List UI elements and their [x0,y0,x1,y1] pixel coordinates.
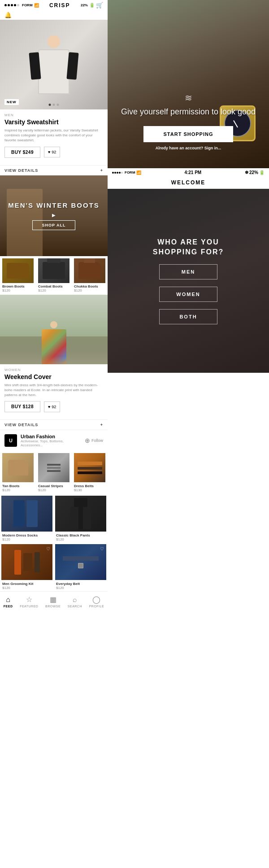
product2-info: WOMEN Weekend Cover Mini shift dress wit… [0,364,108,420]
boots-banner-title: MEN'S WINTER BOOTS [8,201,100,209]
products-grid: Modern Dress Socks $120 Classic Black Pa… [0,494,108,591]
boot-item-chukka[interactable]: Chukka Boots $120 [72,256,108,295]
nav-search[interactable]: ⌕ SEARCH [68,596,82,608]
brand-header: U Urban Fashion Activewear, Tops, Bottom… [0,430,108,451]
product1-like-button[interactable]: ♥ 92 [44,147,60,157]
dress-belts-image [74,453,105,482]
chukka-boot-image [74,258,105,283]
product1-name: Varsity Sweatshirt [4,118,103,126]
dress-socks-item[interactable]: Modern Dress Socks $120 [0,494,54,543]
wifi-icon: 📶 [34,3,39,8]
dress-belts-price: $130 [74,488,105,492]
both-button[interactable]: BOTH [159,309,217,324]
signal-label: FORM [22,3,33,7]
product1-buy-button[interactable]: BUY $249 [4,147,40,158]
dress-belts-name: Dress Belts [74,484,105,488]
grooming-kit-name: Men Grooming Kit [1,582,52,586]
cart-icon[interactable]: 🛒 [96,2,103,9]
heart-icon-2: ♥ [48,405,50,409]
boot-item-combat[interactable]: Combat Boots $120 [36,256,72,295]
brown-boot-image [2,258,34,283]
product2-like-button[interactable]: ♥ 92 [44,401,60,412]
product2-likes: 92 [52,405,56,409]
right-spacer [108,373,269,440]
everyday-belt-price: $120 [55,586,106,590]
product1-actions: BUY $249 ♥ 92 [4,147,103,158]
plus-circle-icon: ⊕ [85,437,90,444]
welcome-title: WELCOME [108,177,269,189]
women-button[interactable]: WOMEN [159,287,217,302]
black-pants-item[interactable]: Classic Black Pants $120 [54,494,108,543]
profile-icon: ◯ [92,595,100,604]
product1-info: MEN Varsity Sweatshirt Inspired by varsi… [0,109,108,165]
home-icon: ⌂ [6,596,10,604]
dot-1 [49,104,51,106]
everyday-belt-image [55,544,106,580]
casual-stripes-image [38,453,69,482]
left-panel: FORM 📶 CRISP 22% 🔋 🛒 🔔 [0,0,108,611]
grooming-kit-price: $120 [1,586,52,590]
bell-icon[interactable]: 🔔 [4,12,12,18]
product2-hero-image [0,295,108,364]
tan-boots-item[interactable]: Tan Boots $120 [0,451,36,494]
brand-name: Urban Fashion [21,434,81,439]
dot4 [14,4,16,6]
battery-icon: 🔋 [89,3,95,8]
product2-buy-button[interactable]: BUY $128 [4,401,40,412]
product1-category: MEN [4,113,103,117]
shopping-for-section: WHO ARE YOU SHOPPING FOR? MEN WOMEN BOTH [108,189,269,373]
black-pants-name: Classic Black Pants [55,533,106,537]
product1-view-details[interactable]: VIEW DETAILS + [0,165,108,175]
tan-boots-name: Tan Boots [2,484,34,488]
casual-stripes-name: Casual Stripes [38,484,69,488]
heart-icon: ♥ [48,150,50,154]
dress-socks-price: $120 [1,537,52,541]
tan-boots-image [2,453,34,482]
welcome-screen: FORM 📶 4:21 PM ❄ 22% 🔋 WELCOME WHO ARE Y… [108,168,269,440]
plus-icon-2: + [100,423,103,427]
dress-socks-name: Modern Dress Socks [1,533,52,537]
nav-featured-label: FEATURED [20,605,38,608]
dot-2 [53,104,55,106]
casual-stripes-price: $120 [38,488,69,492]
follow-button[interactable]: ⊕ Follow [85,437,103,444]
welcome-battery-percent: 22% [249,170,258,175]
product2-description: Mini shift dress with 3/4-length bell-sl… [4,383,103,398]
shop-all-button[interactable]: SHOP ALL [32,220,75,230]
tan-boots-price: $120 [2,488,34,492]
dress-belts-item[interactable]: Dress Belts $130 [72,451,108,494]
status-left: FORM 📶 [4,3,39,8]
play-icon: ▶ [8,213,100,218]
product2-view-details[interactable]: VIEW DETAILS + [0,419,108,430]
signin-link[interactable]: Sign in... [204,146,221,150]
welcome-status-bar: FORM 📶 4:21 PM ❄ 22% 🔋 [108,168,269,177]
product1-likes: 92 [52,150,56,154]
dot2 [8,4,10,6]
chukka-boot-price: $120 [74,288,105,292]
casual-stripes-item[interactable]: Casual Stripes $120 [36,451,72,494]
men-button[interactable]: MEN [159,264,217,279]
status-bar: FORM 📶 CRISP 22% 🔋 🛒 [0,0,108,10]
signin-prompt: Alredy have an account? [156,146,204,150]
nav-browse[interactable]: ▦ BROWSE [45,595,61,608]
right-hero: ≋ Give yourself permission to look good … [108,0,269,168]
product2-category: WOMEN [4,368,103,372]
welcome-wifi-icon: 📶 [136,170,141,175]
wave-icon: ≋ [121,92,256,103]
nav-featured[interactable]: ☆ FEATURED [20,595,38,608]
everyday-belt-item[interactable]: ♡ Everyday Belt $120 [54,543,108,591]
brown-boot-name: Brown Boots [2,284,34,288]
nav-search-label: SEARCH [68,605,82,608]
boot-item-brown[interactable]: Brown Boots $120 [0,256,36,295]
chukka-boot-name: Chukka Boots [74,284,105,288]
black-pants-price: $120 [55,537,106,541]
view-details-label: VIEW DETAILS [4,168,38,173]
nav-profile[interactable]: ◯ PROFILE [89,595,104,608]
battery-percent: 22% [81,3,88,7]
boots-banner: MEN'S WINTER BOOTS ▶ SHOP ALL [0,175,108,256]
grooming-kit-item[interactable]: ♡ Men Grooming Kit $120 [0,543,54,591]
product2-actions: BUY $128 ♥ 92 [4,401,103,412]
start-shopping-button[interactable]: START SHOPPING [143,126,233,142]
welcome-signal: FORM 📶 [112,170,141,175]
nav-feed[interactable]: ⌂ FEED [4,596,13,608]
